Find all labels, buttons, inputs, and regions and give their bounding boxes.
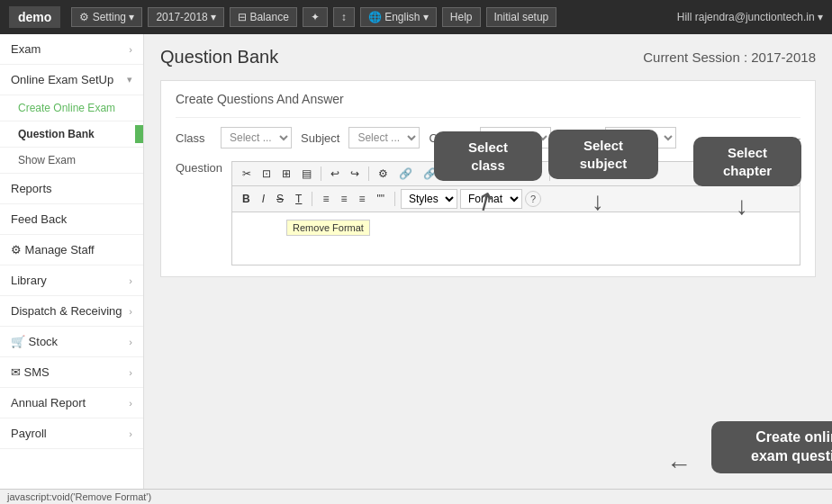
- align-left-btn[interactable]: ≡: [318, 190, 333, 208]
- callout-create-online-exam: Create onlineexam question: [711, 421, 832, 473]
- italic-btn[interactable]: I: [258, 190, 269, 208]
- sidebar-create-online-exam[interactable]: Create Online Exam: [0, 95, 143, 122]
- sidebar: Exam › Online Exam SetUp ▾ Create Online…: [0, 34, 144, 504]
- sidebar-question-bank[interactable]: Question Bank ◀: [0, 122, 143, 148]
- callout-chapter-arrow: ↓: [736, 192, 748, 220]
- callout-exam-arrow: ←: [666, 450, 692, 479]
- class-label: Class: [176, 131, 212, 145]
- align-center-btn[interactable]: ≡: [336, 190, 351, 208]
- remove-format-tooltip: Remove Format: [286, 220, 370, 236]
- user-info: Hill rajendra@junctiontech.in ▾: [677, 11, 823, 23]
- initial-setup-btn[interactable]: Initial setup: [486, 7, 557, 27]
- logo: demo: [9, 6, 60, 28]
- icon1-btn[interactable]: ✦: [303, 7, 328, 27]
- sidebar-dispatch[interactable]: Dispatch & Receiving ›: [0, 296, 143, 327]
- page-title: Question Bank: [160, 47, 278, 68]
- english-btn[interactable]: 🌐 English ▾: [360, 7, 437, 27]
- year-btn[interactable]: 2017-2018 ▾: [148, 7, 224, 27]
- chevron-down-icon: ▾: [127, 74, 132, 86]
- callout-select-class: Selectclass: [434, 131, 542, 181]
- cut-btn[interactable]: ✂: [238, 165, 256, 183]
- active-indicator: ◀: [135, 125, 144, 143]
- link-btn[interactable]: 🔗: [394, 165, 417, 183]
- help-topbar-btn[interactable]: Help: [442, 7, 481, 27]
- chevron-right-icon7: ›: [129, 428, 132, 439]
- sidebar-reports[interactable]: Reports: [0, 174, 143, 204]
- current-session: Current Session : 2017-2018: [643, 50, 816, 65]
- callout-select-chapter: Selectchapter: [693, 137, 801, 186]
- chevron-right-icon5: ›: [129, 367, 132, 378]
- align-right-btn[interactable]: ≡: [354, 190, 369, 208]
- sidebar-library[interactable]: Library ›: [0, 266, 143, 296]
- paste-plain-btn[interactable]: ▤: [297, 165, 316, 183]
- blockquote-btn[interactable]: "": [372, 190, 389, 208]
- sidebar-annual-report[interactable]: Annual Report ›: [0, 388, 143, 418]
- sidebar-payroll[interactable]: Payroll ›: [0, 418, 143, 449]
- sidebar-manage-staff[interactable]: ⚙ Manage Staff: [0, 235, 143, 266]
- bold-btn[interactable]: B: [238, 190, 255, 208]
- class-select[interactable]: Select ...: [221, 127, 292, 148]
- main-content: Question Bank Current Session : 2017-201…: [144, 34, 832, 504]
- sidebar-show-exam[interactable]: Show Exam: [0, 148, 143, 174]
- chevron-right-icon6: ›: [129, 398, 132, 409]
- sidebar-sms[interactable]: ✉ SMS ›: [0, 357, 143, 388]
- underline-btn[interactable]: T: [291, 190, 306, 208]
- chevron-right-icon3: ›: [129, 306, 132, 317]
- redo-btn[interactable]: ↪: [346, 165, 364, 183]
- editor-help-btn[interactable]: ?: [525, 191, 541, 207]
- top-bar: demo ⚙ Setting ▾ 2017-2018 ▾ ⊟ Balance ✦…: [0, 0, 832, 34]
- sidebar-exam[interactable]: Exam ›: [0, 34, 143, 65]
- sidebar-feed-back[interactable]: Feed Back: [0, 204, 143, 235]
- setting-btn[interactable]: ⚙ Setting ▾: [71, 7, 142, 27]
- sidebar-online-exam-setup[interactable]: Online Exam SetUp ▾: [0, 65, 143, 95]
- icon2-btn[interactable]: ↕: [333, 7, 355, 27]
- callout-subject-arrow: ↓: [592, 187, 604, 216]
- chevron-right-icon4: ›: [129, 337, 132, 347]
- paste-btn[interactable]: ⊞: [277, 165, 295, 183]
- callout-select-subject: Selectsubject: [548, 130, 658, 179]
- page-header: Question Bank Current Session : 2017-201…: [160, 47, 816, 68]
- chevron-right-icon: ›: [129, 44, 132, 55]
- subject-label: Subject: [301, 131, 339, 145]
- editor-area[interactable]: Remove Format: [231, 212, 800, 266]
- status-bar: javascript:void('Remove Format'): [0, 489, 832, 504]
- copy-btn[interactable]: ⊡: [258, 165, 276, 183]
- styles-select[interactable]: Styles: [401, 189, 457, 209]
- card-title: Create Questions And Answer: [176, 92, 800, 106]
- undo-btn[interactable]: ↩: [326, 165, 344, 183]
- strikethrough-btn[interactable]: S: [272, 190, 288, 208]
- subject-select[interactable]: Select ...: [348, 127, 420, 148]
- question-label: Question: [176, 161, 222, 175]
- chevron-right-icon2: ›: [129, 275, 132, 286]
- sidebar-stock[interactable]: 🛒 Stock ›: [0, 327, 143, 357]
- balance-btn[interactable]: ⊟ Balance: [230, 7, 297, 27]
- find-btn[interactable]: ⚙: [374, 165, 393, 183]
- editor-toolbar-bottom: B I S T ≡ ≡ ≡ "" Styles: [231, 185, 800, 212]
